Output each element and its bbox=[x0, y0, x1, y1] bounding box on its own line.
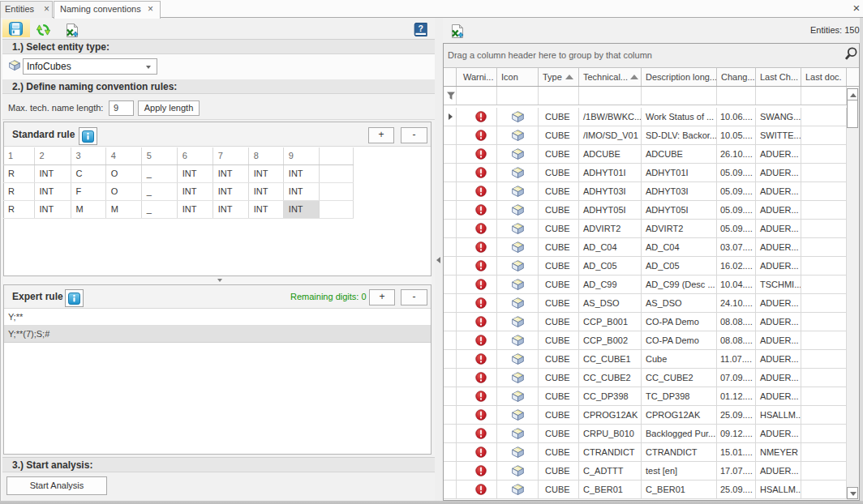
svg-text:?: ? bbox=[419, 23, 423, 33]
